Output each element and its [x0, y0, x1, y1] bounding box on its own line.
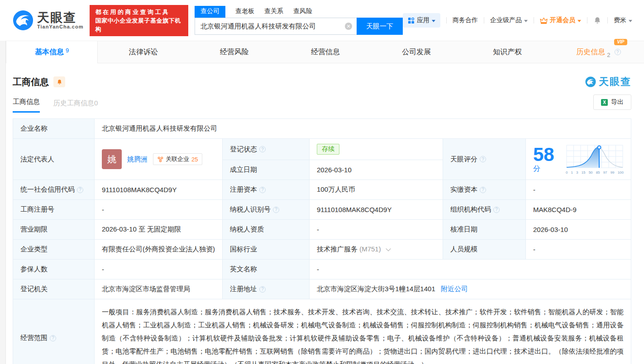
chevron-down-icon[interactable] — [386, 246, 391, 251]
enterprise-product-label: 企业级产品 — [490, 16, 522, 24]
row-business-term: 营业期限 2026-03-10 至 无固定期限 纳税人资质 - 核准日期 202… — [13, 220, 631, 240]
search-button[interactable]: 天眼一下 — [357, 18, 403, 35]
search-tab-company[interactable]: 查公司 — [195, 6, 225, 18]
search-tabs: 查公司 查老板 查关系 查风险 — [195, 6, 403, 18]
export-label: 导出 — [611, 98, 624, 106]
tab-operating-info[interactable]: 经营信息 — [280, 41, 371, 63]
tab-operating-risk[interactable]: 经营风险 — [189, 41, 280, 63]
field-value: - — [526, 240, 631, 260]
enterprise-product-menu[interactable]: 企业级产品 — [490, 16, 528, 24]
business-coop-link[interactable]: 商务合作 — [453, 16, 478, 24]
divider — [534, 17, 534, 24]
help-icon[interactable]: ? — [259, 146, 266, 152]
page-left-gutter — [0, 41, 6, 364]
search-input[interactable] — [195, 18, 357, 35]
tab-company-development[interactable]: 公司发展 — [371, 41, 462, 63]
tab-label: 经营信息 — [311, 47, 340, 57]
vip-badge: VIP — [614, 39, 627, 45]
field-value: 有限责任公司(外商投资企业法人独资) — [95, 240, 223, 260]
row-company-name: 企业名称 北京银河通用机器人科技研发有限公司 — [13, 119, 631, 139]
user-menu[interactable]: 费米 — [614, 16, 632, 24]
field-value: 100万人民币 — [310, 180, 443, 200]
top-header: 天眼查 TianYanCha.com 都在用的商业查询工具 国家中小企业发展子基… — [0, 0, 644, 41]
monitor-bell-button[interactable] — [53, 76, 65, 87]
field-value: 存续 — [310, 139, 443, 160]
promo-line2: 国家中小企业发展子基金旗下机构 — [95, 16, 183, 33]
related-count: 25 — [191, 156, 198, 163]
field-value: 一般项目：服务消费机器人制造；服务消费机器人销售；技术服务、技术开发、技术咨询、… — [95, 299, 631, 364]
divider — [446, 17, 447, 24]
help-icon[interactable]: ? — [493, 207, 500, 213]
field-label: 核准日期 — [443, 220, 526, 240]
subtab-history-business-info[interactable]: 历史工商信息0 — [53, 99, 98, 113]
business-info-table: 企业名称 北京银河通用机器人科技研发有限公司 法定代表人 姚 姚腾洲 — [13, 118, 631, 364]
apps-grid-icon — [408, 17, 415, 24]
legal-rep-link[interactable]: 姚腾洲 — [127, 155, 148, 164]
tab-legal-proceedings[interactable]: 法律诉讼 — [98, 41, 189, 63]
field-label: 企业名称 — [13, 119, 95, 139]
search-tab-relation[interactable]: 查关系 — [264, 6, 283, 18]
tab-intellectual-property[interactable]: 知识产权 — [462, 41, 553, 63]
field-value: - — [95, 260, 223, 279]
field-label: 国标行业 — [223, 240, 310, 260]
field-label: 法定代表人 — [13, 139, 95, 180]
bell-icon — [593, 16, 601, 24]
field-value: 2026-03-10 — [310, 160, 443, 180]
search-tab-risk[interactable]: 查风险 — [293, 6, 312, 18]
divider — [587, 17, 587, 24]
industry-name: 技术推广服务 — [317, 245, 358, 253]
brand-domain: TianYanCha.com — [37, 24, 83, 29]
tab-basic-info[interactable]: 基本信息 9 — [6, 41, 98, 63]
search-tab-boss[interactable]: 查老板 — [235, 6, 254, 18]
help-icon[interactable]: ? — [259, 286, 266, 293]
chevron-down-icon — [432, 20, 435, 22]
related-companies-badge[interactable]: 关联企业 25 — [153, 153, 202, 165]
tab-count: 2 — [607, 52, 610, 58]
subtab-business-info[interactable]: 工商信息 — [13, 98, 40, 113]
chevron-down-icon — [629, 20, 632, 22]
field-label: 登记状态? — [223, 139, 310, 160]
notifications-button[interactable] — [593, 16, 601, 24]
nearby-companies-link[interactable]: 附近公司 — [441, 285, 468, 293]
help-icon[interactable]: ? — [480, 156, 486, 162]
field-label: 实缴资本? — [443, 180, 526, 200]
help-icon[interactable]: ? — [480, 187, 486, 193]
help-icon[interactable]: ? — [273, 207, 279, 213]
field-label: 英文名称 — [223, 260, 310, 279]
avatar[interactable]: 姚 — [102, 149, 122, 169]
excel-icon: X — [601, 99, 608, 106]
tab-count: 9 — [66, 47, 69, 54]
legal-rep-cell: 姚 姚腾洲 关联企业 25 — [95, 139, 223, 180]
row-legal-rep: 法定代表人 姚 姚腾洲 关联企业 25 — [13, 139, 631, 160]
row-credit-code: 统一社会信用代码? 91110108MAK8CQ4D9Y 注册资本? 100万人… — [13, 180, 631, 200]
tab-label: 知识产权 — [493, 47, 522, 57]
field-value: - — [95, 200, 223, 220]
help-icon[interactable]: ? — [77, 187, 83, 193]
main-content: 工商信息 天眼查 工商信息 历史工商信息0 X 导出 — [0, 75, 644, 364]
tab-label: 基本信息 — [35, 47, 64, 57]
export-button[interactable]: X 导出 — [593, 95, 631, 110]
field-label: 人员规模 — [443, 240, 526, 260]
field-value: 北京市海淀区市场监督管理局 — [95, 279, 223, 299]
brand-name: 天眼查 — [37, 11, 83, 24]
help-icon[interactable]: ? — [259, 187, 266, 193]
tianyancha-logo[interactable]: 天眼查 TianYanCha.com — [13, 10, 83, 31]
tab-label: 经营风险 — [220, 47, 249, 57]
open-vip-label: 开通会员 — [550, 16, 575, 24]
help-icon[interactable]: ? — [615, 49, 621, 55]
field-label: 纳税人识别号? — [223, 200, 310, 220]
row-reg-authority: 登记机关 北京市海淀区市场监督管理局 注册地址? 北京市海淀区海淀大街3号1幢1… — [13, 279, 631, 299]
score-value: 58 — [533, 144, 554, 165]
logo-eye-icon — [13, 10, 33, 31]
watermark-text: 天眼查 — [599, 75, 631, 89]
status-badge: 存续 — [317, 144, 339, 155]
row-business-scope: 经营范围? 一般项目：服务消费机器人制造；服务消费机器人销售；技术服务、技术开发… — [13, 299, 631, 364]
tab-label: 历史信息 — [576, 47, 605, 57]
divider — [484, 17, 484, 24]
tab-history-info[interactable]: VIP 历史信息 2 ? — [553, 41, 644, 63]
help-icon[interactable]: ? — [50, 335, 56, 341]
apps-menu[interactable]: 应用 — [403, 13, 440, 28]
open-vip-menu[interactable]: 开通会员 — [540, 16, 581, 24]
field-label: 登记机关 — [13, 279, 95, 299]
clear-search-icon[interactable]: ✕ — [345, 23, 352, 30]
